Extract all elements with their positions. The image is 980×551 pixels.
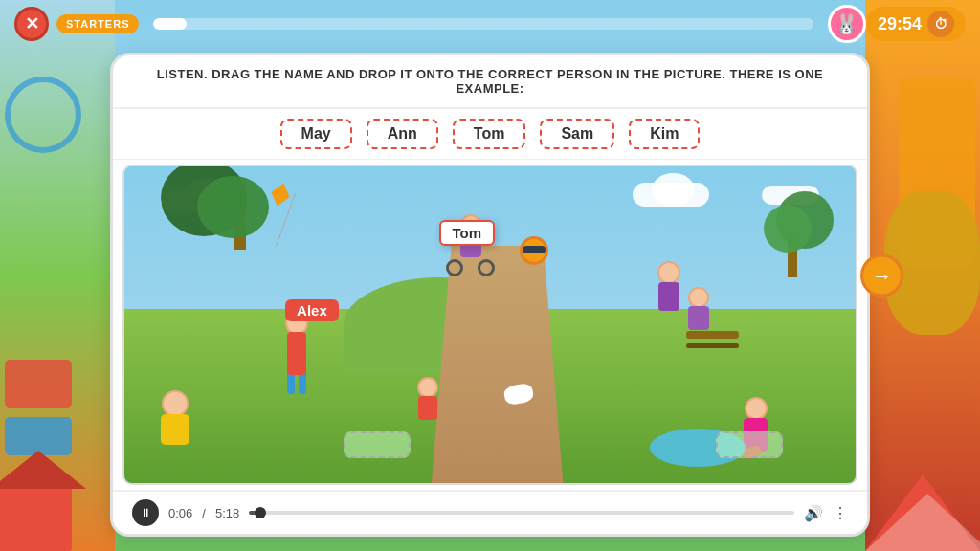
next-button[interactable]: → bbox=[860, 254, 903, 298]
starters-badge: ✕ STARTERS bbox=[14, 7, 139, 41]
bike-wheels bbox=[446, 259, 495, 276]
name-cards-row: May Ann Tom Sam Kim bbox=[113, 109, 867, 160]
character-boy-kite bbox=[285, 312, 308, 394]
deco-house-roof bbox=[0, 451, 86, 489]
name-card-ann[interactable]: Ann bbox=[367, 119, 438, 149]
progress-bar-fill bbox=[153, 18, 186, 30]
top-bar: ✕ STARTERS 🐰 29:54 ⏱ bbox=[0, 0, 980, 48]
name-card-tom[interactable]: Tom bbox=[453, 119, 526, 149]
name-card-sam[interactable]: Sam bbox=[540, 119, 614, 149]
pause-button[interactable]: ⏸ bbox=[132, 499, 159, 526]
timer-icon: ⏱ bbox=[927, 11, 954, 37]
drop-zone-2[interactable] bbox=[716, 431, 783, 458]
timer-display: 29:54 bbox=[878, 14, 922, 34]
tree-right-top2 bbox=[764, 205, 812, 253]
deco-house-body bbox=[0, 484, 72, 551]
drop-zone-1[interactable] bbox=[344, 431, 411, 458]
name-card-kim[interactable]: Kim bbox=[629, 119, 700, 149]
more-options-button[interactable]: ⋮ bbox=[833, 504, 848, 522]
progress-bar-container bbox=[153, 18, 813, 30]
tree-left-top2 bbox=[197, 176, 269, 238]
deco-tent-right bbox=[865, 494, 980, 551]
audio-progress-bar[interactable] bbox=[249, 511, 794, 515]
dirt-path bbox=[432, 246, 564, 483]
audio-player: ⏸ 0:06 / 5:18 🔊 ⋮ bbox=[113, 490, 867, 534]
volume-button[interactable]: 🔊 bbox=[804, 504, 823, 522]
deco-block-blue bbox=[5, 417, 72, 455]
character-girl-phone bbox=[657, 261, 680, 311]
picture-area: Alex Tom bbox=[122, 165, 858, 485]
current-time: 0:06 bbox=[168, 506, 192, 520]
character-small-boy bbox=[417, 377, 438, 420]
sunglasses bbox=[523, 246, 546, 253]
time-separator: / bbox=[202, 506, 206, 520]
character-girl-drawing bbox=[161, 390, 189, 445]
alex-label-placed: Alex bbox=[285, 299, 339, 321]
total-time: 5:18 bbox=[215, 506, 239, 520]
close-button[interactable]: ✕ bbox=[14, 7, 49, 41]
audio-progress-thumb[interactable] bbox=[255, 507, 266, 518]
character-girl-bench bbox=[688, 287, 709, 330]
deco-block-red bbox=[5, 360, 72, 408]
bg-left-decoration bbox=[0, 0, 115, 551]
instruction-text: LISTEN. DRAG THE NAME AND DROP IT ONTO T… bbox=[113, 55, 867, 109]
name-card-may[interactable]: May bbox=[280, 119, 352, 149]
cloud-2-puff bbox=[652, 173, 695, 207]
wheel-back bbox=[478, 259, 495, 276]
mascot-icon: 🐰 bbox=[828, 5, 866, 43]
timer-badge: 29:54 ⏱ bbox=[866, 7, 966, 41]
character-sunglasses bbox=[520, 236, 548, 265]
wheel-front bbox=[446, 259, 463, 276]
bench-base bbox=[686, 343, 739, 348]
main-content-panel: LISTEN. DRAG THE NAME AND DROP IT ONTO T… bbox=[110, 53, 870, 537]
tom-label-floating[interactable]: Tom bbox=[439, 220, 496, 246]
bench-seat bbox=[686, 331, 739, 339]
starters-label: STARTERS bbox=[56, 14, 139, 33]
ferris-wheel-decoration bbox=[5, 77, 81, 153]
